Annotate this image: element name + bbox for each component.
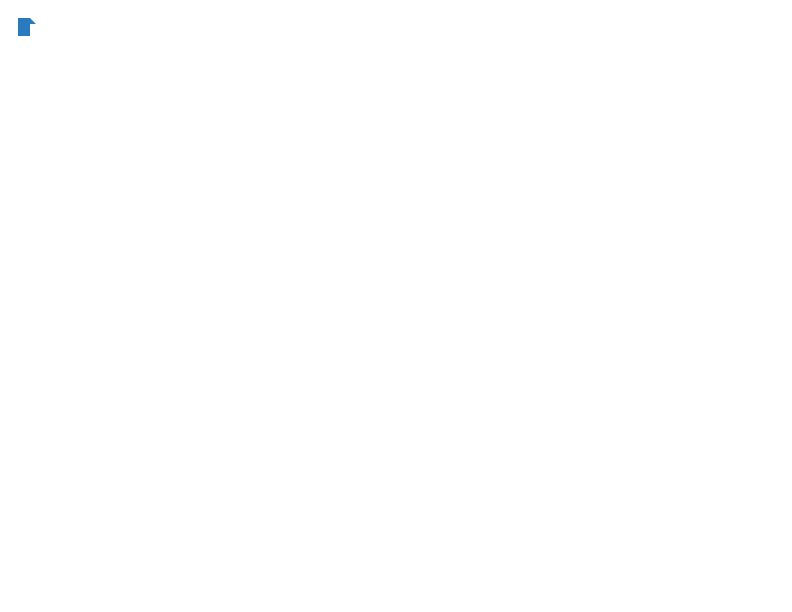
logo-icon xyxy=(16,16,38,38)
page-header xyxy=(16,16,776,38)
logo xyxy=(16,16,41,38)
svg-marker-0 xyxy=(18,18,36,36)
